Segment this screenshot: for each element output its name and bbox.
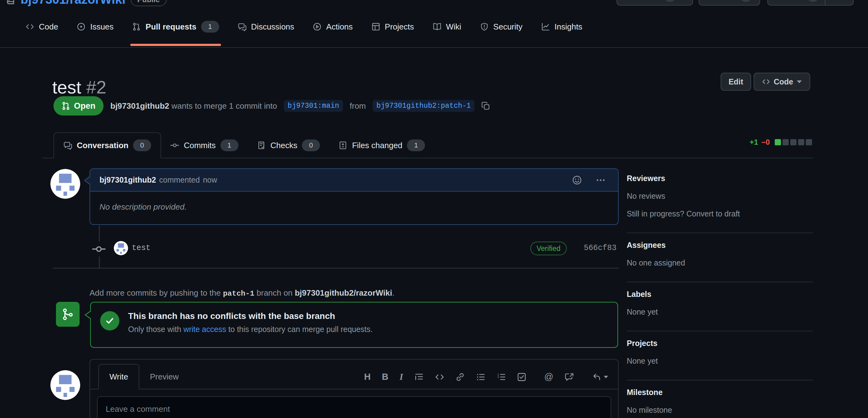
copy-icon[interactable] bbox=[481, 102, 490, 110]
watch-button[interactable]: Watch 1 bbox=[617, 0, 693, 6]
svg-text:2: 2 bbox=[497, 376, 499, 379]
repo-name-link[interactable]: bj97301/razorWiki bbox=[21, 0, 126, 6]
current-user-avatar[interactable] bbox=[50, 370, 80, 400]
sidebar-heading: Reviewers bbox=[627, 174, 813, 183]
sidebar-heading: Assignees bbox=[627, 241, 813, 250]
sidebar-heading: Labels bbox=[627, 290, 813, 299]
sidebar-section-assignees: Assignees No one assigned bbox=[627, 233, 813, 282]
star-button[interactable]: Star 0 bbox=[767, 0, 854, 6]
insights-icon bbox=[541, 22, 550, 31]
sidebar-heading: Milestone bbox=[627, 388, 813, 397]
emoji-reaction-icon[interactable] bbox=[572, 175, 582, 185]
italic-icon[interactable]: I bbox=[400, 372, 403, 382]
nav-tab-code[interactable]: Code bbox=[18, 17, 66, 37]
code-dropdown-button[interactable]: Code bbox=[753, 73, 810, 91]
caret-down-icon bbox=[797, 80, 802, 83]
convert-to-draft[interactable]: Still in progress? Convert to draft bbox=[627, 209, 813, 218]
code-icon[interactable] bbox=[435, 372, 444, 382]
comment-editor: Write Preview H B I 12 @ bbox=[90, 359, 619, 418]
repo-full-name: bj97301github2/razorWiki bbox=[295, 288, 392, 298]
commit-sha-link[interactable]: 566cf83 bbox=[584, 243, 617, 252]
comment-header: bj97301github2 commented now bbox=[90, 169, 618, 191]
nav-tab-pull-requests[interactable]: Pull requests 1 bbox=[124, 16, 227, 38]
nav-tab-wiki[interactable]: Wiki bbox=[425, 17, 469, 37]
verified-badge[interactable]: Verified bbox=[530, 242, 567, 255]
saved-replies-icon[interactable] bbox=[592, 372, 608, 382]
comment-input[interactable] bbox=[97, 396, 611, 418]
link-icon[interactable] bbox=[456, 372, 465, 382]
ordered-list-icon[interactable]: 12 bbox=[496, 372, 506, 382]
write-tab[interactable]: Write bbox=[98, 364, 139, 389]
pull-request-page: bj97301/razorWiki Public Watch 1 Fork 1 … bbox=[0, 0, 868, 418]
quote-icon[interactable] bbox=[414, 372, 424, 382]
branch-name: patch-1 bbox=[223, 289, 254, 298]
commit-icon bbox=[170, 141, 179, 150]
bold-icon[interactable]: B bbox=[382, 372, 388, 382]
pr-number: #2 bbox=[86, 77, 106, 97]
diffstat: +1 −0 bbox=[749, 138, 812, 147]
nav-tab-security[interactable]: Security bbox=[472, 17, 531, 37]
pr-status-row: Open bj97301github2 wants to merge 1 com… bbox=[54, 96, 490, 115]
pull-requests-count: 1 bbox=[201, 21, 219, 33]
checks-count: 0 bbox=[302, 139, 320, 151]
comment-author[interactable]: bj97301github2 bbox=[99, 175, 156, 184]
fork-button[interactable]: Fork 1 bbox=[699, 0, 760, 6]
nav-tab-discussions[interactable]: Discussions bbox=[230, 17, 303, 37]
nav-tab-insights[interactable]: Insights bbox=[533, 17, 591, 37]
tab-conversation[interactable]: Conversation 0 bbox=[54, 132, 161, 159]
tab-checks[interactable]: Checks 0 bbox=[248, 133, 330, 158]
merge-status-box: This branch has no conflicts with the ba… bbox=[90, 302, 618, 348]
code-icon bbox=[26, 22, 34, 31]
sidebar-section-milestone: Milestone No milestone bbox=[627, 380, 813, 418]
tab-commits[interactable]: Commits 1 bbox=[161, 133, 248, 158]
merge-status-subtitle: Only those with write access to this rep… bbox=[128, 325, 373, 334]
active-tab-underline bbox=[130, 44, 221, 46]
nav-tab-actions[interactable]: Actions bbox=[305, 17, 361, 37]
merge-status-title: This branch has no conflicts with the ba… bbox=[128, 311, 373, 321]
commit-author-avatar[interactable] bbox=[114, 241, 128, 255]
comment-body: No description provided. bbox=[90, 191, 618, 222]
unordered-list-icon[interactable] bbox=[476, 372, 485, 382]
nav-tab-projects[interactable]: Projects bbox=[364, 17, 422, 37]
edit-button[interactable]: Edit bbox=[721, 73, 751, 91]
repo-icon bbox=[6, 0, 16, 5]
pull-request-icon bbox=[132, 22, 141, 31]
visibility-badge: Public bbox=[131, 0, 167, 6]
actions-icon bbox=[313, 22, 321, 31]
task-list-icon[interactable] bbox=[517, 372, 526, 382]
comment-author-avatar[interactable] bbox=[50, 169, 80, 199]
heading-icon[interactable]: H bbox=[364, 372, 371, 382]
nav-tab-issues[interactable]: Issues bbox=[69, 17, 122, 37]
editor-tab-strip: Write Preview H B I 12 @ bbox=[90, 360, 618, 389]
sidebar-section-labels: Labels None yet bbox=[627, 282, 813, 332]
files-changed-count: 1 bbox=[407, 139, 425, 151]
mention-icon[interactable]: @ bbox=[545, 372, 553, 382]
sidebar-section-reviewers: Reviewers No reviews Still in progress? … bbox=[627, 170, 813, 233]
commit-message-link[interactable]: test bbox=[132, 243, 151, 252]
base-branch-label[interactable]: bj97301:main bbox=[284, 100, 343, 112]
editor-toolbar: H B I 12 @ bbox=[364, 372, 610, 389]
file-diff-icon bbox=[339, 141, 347, 150]
preview-tab[interactable]: Preview bbox=[139, 364, 189, 389]
diffstat-blocks bbox=[775, 139, 812, 145]
conversation-icon bbox=[63, 141, 72, 150]
check-icon bbox=[100, 311, 119, 330]
wiki-icon bbox=[433, 22, 441, 31]
watch-count: 1 bbox=[664, 0, 676, 2]
repo-breadcrumb: bj97301/razorWiki Public bbox=[6, 0, 167, 6]
cross-reference-icon[interactable] bbox=[565, 372, 574, 382]
timeline-divider bbox=[53, 268, 619, 269]
write-access-link[interactable]: write access bbox=[183, 325, 226, 334]
head-branch-label[interactable]: bj97301github2:patch-1 bbox=[373, 100, 475, 112]
commit-icon bbox=[92, 242, 106, 256]
pr-author[interactable]: bj97301github2 bbox=[111, 101, 169, 110]
tab-files-changed[interactable]: Files changed 1 bbox=[329, 133, 434, 158]
additions: +1 bbox=[749, 138, 758, 147]
checklist-icon bbox=[257, 141, 266, 150]
comment-timestamp[interactable]: now bbox=[203, 175, 217, 184]
push-instructions: Add more commits by pushing to the patch… bbox=[90, 288, 395, 298]
discussions-icon bbox=[238, 22, 247, 31]
sidebar-heading: Projects bbox=[627, 339, 813, 348]
pr-tabs: Conversation 0 Commits 1 Checks 0 Files … bbox=[42, 132, 813, 159]
kebab-menu-icon[interactable] bbox=[596, 175, 606, 185]
